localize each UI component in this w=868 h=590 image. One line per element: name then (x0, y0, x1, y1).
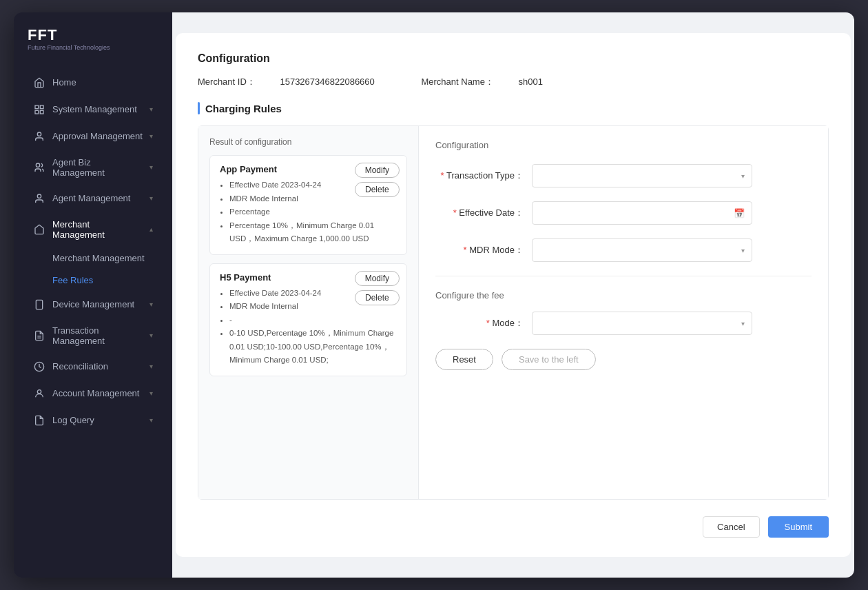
transaction-type-required: * (441, 170, 446, 181)
chevron-up-icon: ▴ (149, 225, 153, 233)
two-panel: Result of configuration App Payment Effe… (198, 125, 829, 500)
divider (435, 276, 812, 276)
svg-rect-2 (35, 110, 39, 114)
app-payment-detail-3: Percentage 10%，Minimum Charge 0.01 USD，M… (229, 219, 397, 246)
sidebar-label-approval: Approval Management (52, 131, 143, 141)
svg-point-12 (37, 389, 41, 393)
chevron-down-icon: ▾ (149, 332, 153, 339)
merchant-name-label-text: Merchant Name： (421, 77, 493, 87)
merchant-id-label: Merchant ID： 1573267346822086660 (198, 77, 399, 87)
sidebar-label-system: System Management (52, 104, 143, 114)
modal-footer: Cancel Submit (198, 516, 829, 538)
app-payment-detail-2: Percentage (229, 205, 397, 219)
device-icon (33, 298, 45, 311)
sidebar-item-approval[interactable]: Approval Management ▾ (19, 123, 167, 150)
logo-fft: FFT (28, 26, 110, 44)
logo-area: FFT Future Financial Technologies (14, 12, 172, 63)
right-panel-header: Configuration (435, 140, 812, 150)
chevron-down-icon: ▾ (149, 416, 153, 424)
sidebar-item-transaction-mgmt[interactable]: Transaction Management ▾ (19, 318, 167, 353)
effective-date-input[interactable]: 📅 (532, 201, 752, 225)
app-payment-modify-button[interactable]: Modify (355, 163, 400, 178)
calendar-icon: 📅 (734, 208, 745, 218)
sidebar-sub-label-merchant: Merchant Management (52, 253, 145, 263)
h5-payment-delete-button[interactable]: Delete (355, 290, 400, 305)
chevron-down-icon: ▾ (149, 301, 153, 308)
sidebar-label-merchant-mgmt: Merchant Management (52, 219, 143, 240)
mdr-mode-chevron: ▾ (741, 247, 745, 254)
merchant-name-label: Merchant Name： sh001 (421, 77, 565, 87)
configure-fee-section: Configure the fee * Mode： ▾ (435, 290, 812, 335)
save-to-left-button[interactable]: Save to the left (502, 349, 596, 370)
account-icon (33, 387, 45, 400)
sidebar-label-agent-mgmt: Agent Management (52, 193, 143, 203)
merchant-id-value: 1573267346822086660 (280, 77, 374, 87)
reset-button[interactable]: Reset (435, 349, 493, 370)
mdr-mode-required: * (464, 245, 470, 255)
sidebar-label-device-mgmt: Device Management (52, 299, 143, 309)
transaction-type-group: * Transaction Type： ▾ (435, 164, 812, 187)
sidebar-label-account-mgmt: Account Management (52, 388, 143, 398)
svg-rect-7 (36, 300, 42, 309)
app-payment-delete-button[interactable]: Delete (355, 182, 400, 197)
sidebar-item-device-mgmt[interactable]: Device Management ▾ (19, 292, 167, 318)
agent-biz-icon (33, 161, 45, 174)
receipt-icon (33, 329, 45, 342)
sidebar-item-agent-mgmt[interactable]: Agent Management ▾ (19, 185, 167, 212)
sidebar-label-transaction-mgmt: Transaction Management (52, 325, 143, 346)
sidebar-item-reconciliation[interactable]: Reconciliation ▾ (19, 354, 167, 380)
h5-payment-detail-3: 0-10 USD,Percentage 10%，Minimum Charge 0… (229, 327, 397, 367)
sidebar-item-fee-rules[interactable]: Fee Rules (19, 269, 167, 291)
log-icon (33, 414, 45, 427)
person-icon (33, 192, 45, 205)
sidebar-item-merchant-mgmt[interactable]: Merchant Management ▴ (19, 212, 167, 247)
transaction-type-chevron: ▾ (741, 172, 745, 180)
svg-point-4 (37, 132, 41, 136)
effective-date-group: * Effective Date： 📅 (435, 201, 812, 225)
mdr-mode-group: * MDR Mode： ▾ (435, 238, 812, 262)
sidebar-label-home: Home (52, 77, 153, 88)
submit-button[interactable]: Submit (768, 516, 829, 538)
h5-payment-actions: Modify Delete (355, 271, 400, 305)
merchant-icon (33, 223, 45, 236)
left-panel: Result of configuration App Payment Effe… (198, 126, 419, 499)
sidebar-item-agent-biz[interactable]: Agent Biz Management ▾ (19, 150, 167, 185)
reconciliation-icon (33, 360, 45, 373)
mode-select[interactable]: ▾ (532, 312, 752, 335)
svg-rect-0 (35, 105, 39, 109)
transaction-type-select[interactable]: ▾ (532, 164, 752, 187)
sidebar-item-home[interactable]: Home (19, 70, 167, 96)
svg-point-5 (36, 163, 39, 167)
mdr-mode-select[interactable]: ▾ (532, 238, 752, 262)
mode-required: * (486, 318, 493, 328)
grid-icon (33, 103, 45, 116)
mode-label: * Mode： (435, 317, 532, 329)
modal-card: Configuration Merchant ID： 1573267346822… (176, 33, 851, 557)
sidebar: FFT Future Financial Technologies Home S… (14, 12, 172, 578)
cancel-button[interactable]: Cancel (703, 516, 759, 538)
merchant-info: Merchant ID： 1573267346822086660 Merchan… (198, 76, 829, 88)
chevron-down-icon: ▾ (149, 194, 153, 202)
sidebar-item-system-management[interactable]: System Management ▾ (19, 96, 167, 123)
logo-subtitle: Future Financial Technologies (28, 44, 110, 52)
sidebar-label-agent-biz: Agent Biz Management (52, 157, 143, 178)
sidebar-label-reconciliation: Reconciliation (52, 361, 143, 372)
mode-group: * Mode： ▾ (435, 312, 812, 335)
main-content: Configuration Merchant ID： 1573267346822… (172, 12, 854, 578)
panel-footer-actions: Reset Save to the left (435, 349, 812, 370)
merchant-name-value: sh001 (519, 77, 543, 87)
config-card-app-payment: App Payment Effective Date 2023-04-24 MD… (209, 155, 407, 255)
chevron-down-icon: ▾ (149, 363, 153, 370)
h5-payment-detail-2: - (229, 314, 397, 327)
sidebar-item-merchant-mgmt-sub[interactable]: Merchant Management (19, 247, 167, 269)
left-panel-header: Result of configuration (209, 137, 407, 147)
effective-date-required: * (453, 207, 459, 218)
effective-date-field[interactable] (539, 208, 734, 218)
configure-fee-label: Configure the fee (435, 290, 812, 301)
sidebar-item-account-mgmt[interactable]: Account Management ▾ (19, 380, 167, 407)
chevron-down-icon: ▾ (149, 163, 153, 171)
h5-payment-modify-button[interactable]: Modify (355, 271, 400, 286)
chevron-down-icon: ▾ (149, 132, 153, 140)
sidebar-item-log-query[interactable]: Log Query ▾ (19, 407, 167, 434)
charging-rules-header: Charging Rules (198, 102, 829, 114)
